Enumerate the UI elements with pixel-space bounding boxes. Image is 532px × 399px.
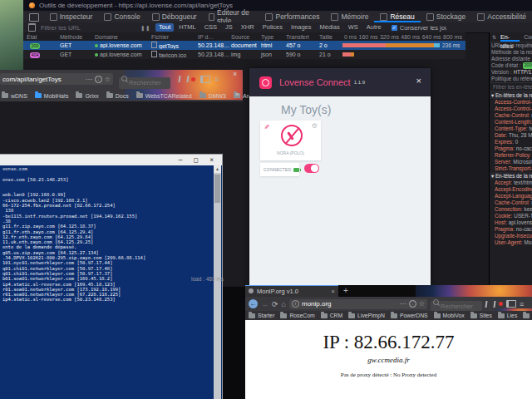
minimize-icon[interactable]: – — [179, 157, 183, 164]
devtools-tab[interactable]: Réseau — [374, 11, 420, 22]
hamburger-menu-icon[interactable]: ≡ — [214, 73, 219, 85]
column-ip[interactable]: IP d… — [198, 34, 231, 40]
bookmark-item[interactable]: CRM — [321, 313, 342, 318]
bookmark-item[interactable]: DMW3 — [200, 93, 226, 99]
library-icon[interactable] — [178, 76, 189, 82]
panel-swap-icon[interactable]: ⇅ — [492, 34, 496, 40]
bookmark-item[interactable]: LivePimpN — [348, 313, 385, 318]
bookmark-item[interactable]: MobiHats — [35, 93, 69, 99]
devtools-tab[interactable]: Inspecteur — [44, 11, 99, 22]
url-text[interactable]: monip.org — [302, 300, 397, 308]
bookmark-item[interactable]: PowerDNS — [391, 313, 428, 318]
url-filter-input[interactable]: Filtrer les URL — [41, 24, 140, 32]
bookmark-item[interactable]: MobiVox — [434, 313, 465, 318]
toy-toggle-switch[interactable] — [304, 164, 319, 173]
header-line[interactable]: User-Agent:Mozilla/5.0 (W — [490, 239, 532, 246]
column-type[interactable]: Type — [261, 34, 286, 40]
pocket-save-icon[interactable]: ↓ — [95, 76, 102, 83]
bookmark-item[interactable]: wDNS — [2, 93, 27, 99]
header-line[interactable]: Accept:text/html,application — [490, 180, 532, 186]
header-line[interactable]: Connection:keep-alive — [490, 206, 532, 213]
tab-close-icon[interactable]: × — [331, 288, 335, 295]
header-line[interactable]: Upgrade-Insecure-Requests — [490, 233, 532, 239]
toy-card[interactable]: ✎ ⚙ NORA (POLO) — [260, 121, 321, 160]
filter-chip[interactable]: Images — [288, 23, 315, 32]
filter-chip[interactable]: Polices — [259, 23, 286, 32]
forward-icon[interactable]: → — [261, 298, 268, 310]
column-fichier[interactable]: Fichier — [151, 34, 198, 40]
devtools-tab[interactable]: Performances — [259, 11, 325, 22]
pause-traffic-icon[interactable]: ❚❚ — [140, 25, 150, 31]
console-scrollbar[interactable]: ▲ — [214, 165, 221, 399]
close-icon[interactable]: × — [209, 157, 214, 164]
console-body[interactable]: vense.comense.com [50.23.148.253]web.lan… — [0, 165, 222, 399]
header-line[interactable]: Strict-Transport-Security:ma — [490, 165, 532, 172]
filter-chip[interactable]: JS — [222, 23, 236, 32]
filter-chip[interactable]: Tout — [155, 23, 174, 32]
header-line[interactable]: Accept-Encoding:gzip, defla — [490, 186, 532, 193]
column-transfert[interactable]: Transfert — [286, 34, 319, 40]
filter-chip[interactable]: HTML — [175, 23, 199, 32]
bookmark-item[interactable]: Sites — [470, 313, 492, 318]
header-line[interactable]: Cookie:USER-TRACK-ID=2-2 — [490, 213, 532, 219]
devtools-tab[interactable]: Débogueur — [146, 11, 203, 22]
header-line[interactable]: Expires:0 — [490, 139, 532, 145]
console-titlebar[interactable]: – □ × — [0, 155, 222, 165]
header-line[interactable]: Server:Microsoft-IIS/8.5 — [490, 159, 532, 165]
clear-requests-icon[interactable] — [28, 23, 36, 32]
maximize-icon[interactable]: □ — [194, 157, 198, 164]
headers-filter-input[interactable]: Filtrer les en-têtes — [490, 82, 532, 91]
sidebar-icon[interactable] — [506, 300, 516, 308]
devtools-titlebar[interactable]: Outils de développement - https://api.lo… — [23, 0, 532, 11]
search-box[interactable] — [431, 297, 482, 312]
header-line[interactable]: Referrer-Policy:origin-when — [490, 152, 532, 159]
header-line[interactable]: Pragma:no-cache — [490, 226, 532, 233]
filter-chip[interactable]: WS — [345, 23, 362, 32]
close-icon[interactable]: × — [416, 76, 421, 86]
column-domaine[interactable]: Domaine — [95, 34, 151, 40]
bookmark-item[interactable]: WebHTCRelated — [523, 313, 532, 318]
new-tab-icon[interactable]: + — [343, 286, 348, 296]
bookmark-item[interactable]: RoseCom — [280, 313, 314, 318]
url-bar[interactable]: com/api/lan/getToys ⋯ ↓ ☆ — [0, 73, 113, 85]
devtools-tab[interactable]: Mémoire — [325, 11, 374, 22]
home-icon[interactable]: ⌂ — [282, 298, 286, 310]
back-icon[interactable]: ← — [249, 299, 258, 308]
tab-cookies[interactable]: Cookies — [524, 34, 532, 40]
column-etat[interactable]: État — [23, 34, 60, 40]
edit-pencil-icon[interactable]: ✎ — [263, 124, 270, 130]
column-methode[interactable]: Méthode — [60, 34, 95, 40]
filter-chip[interactable]: Médias — [317, 23, 343, 32]
header-line[interactable]: Content-Length:2 — [490, 119, 532, 126]
request-headers-section[interactable]: ▾ En-têtes de la requête (503 o) — [490, 172, 532, 180]
pick-element-icon[interactable] — [29, 13, 39, 22]
response-headers-section[interactable]: ▾ En-têtes de la réponse (455 o) — [490, 91, 532, 99]
scrollbar-thumb[interactable] — [214, 175, 220, 203]
page-actions-icon[interactable]: ⋯ — [86, 76, 92, 83]
search-box[interactable] — [119, 73, 170, 87]
devtools-tab[interactable]: Console — [98, 11, 145, 22]
gear-icon[interactable]: ⚙ — [312, 122, 318, 130]
hamburger-menu-icon[interactable]: ≡ — [520, 298, 524, 310]
header-line[interactable]: Accept-Language:fr,fr-FR;q — [490, 193, 532, 200]
header-line[interactable]: Cache-Control:no-cache, no — [490, 112, 532, 119]
site-info-icon[interactable]: i — [292, 300, 299, 308]
sidebar-icon[interactable] — [200, 76, 210, 83]
bookmark-star-icon[interactable]: ☆ — [419, 300, 425, 308]
bookmark-item[interactable]: Grixx — [76, 93, 98, 99]
header-line[interactable]: Pragma:no-cache — [490, 145, 532, 152]
scroll-up-icon[interactable]: ▲ — [214, 165, 221, 173]
tab-entetes[interactable]: En-têtes — [500, 32, 520, 42]
persist-logs-option[interactable]: ✓ Conserver les jou — [392, 24, 446, 32]
bookmark-item[interactable]: Docs — [106, 93, 129, 99]
window-close-icon[interactable]: × — [233, 70, 237, 78]
network-request-row[interactable]: 200 GET api.lovense.com getToys 50.23.14… — [23, 41, 466, 50]
column-taille[interactable]: Taille — [319, 34, 341, 40]
filter-chip[interactable]: XHR — [238, 23, 258, 32]
page-actions-icon[interactable]: ⋯ — [400, 300, 406, 308]
filter-chip[interactable]: CSS — [201, 23, 220, 32]
devtools-tab[interactable]: Éditeur de style — [203, 11, 260, 22]
header-line[interactable]: Content-Type:text/html;char — [490, 126, 532, 132]
library-icon[interactable] — [485, 301, 495, 308]
bookmark-star-icon[interactable]: ☆ — [105, 76, 111, 83]
